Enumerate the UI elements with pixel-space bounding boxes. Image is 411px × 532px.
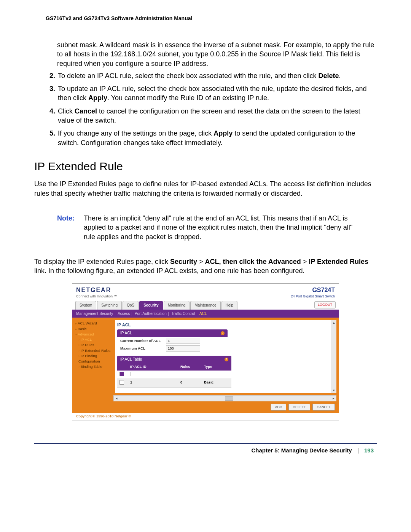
steps-list: To delete an IP ACL rule, select the che… bbox=[34, 71, 377, 147]
tab-maintenance[interactable]: Maintenance bbox=[190, 301, 220, 310]
subnav-traffic-control[interactable]: Traffic Control bbox=[171, 312, 195, 316]
step-3-text-c: . You cannot modify the Rule ID of an ex… bbox=[107, 94, 269, 102]
ui-screenshot: NETGEAR Connect with Innovation ™ GS724T… bbox=[72, 283, 339, 421]
note-label: Note: bbox=[46, 214, 84, 241]
step-4-bold: Cancel bbox=[75, 107, 97, 115]
sidebar-advanced[interactable]: Advanced bbox=[75, 332, 112, 337]
manual-header: GS716Tv2 and GS724Tv3 Software Administr… bbox=[46, 15, 377, 21]
panel-ip-acl-title: IP ACL bbox=[120, 331, 132, 336]
sidebar-binding-table[interactable]: Binding Table bbox=[78, 364, 112, 369]
row-checkbox[interactable] bbox=[119, 372, 124, 376]
step-5-text-a: If you change any of the settings on the… bbox=[58, 129, 213, 137]
table-header: IP ACL ID Rules Type bbox=[117, 363, 231, 371]
brand-logo: NETGEAR bbox=[76, 286, 117, 294]
sidebar-basic[interactable]: Basic bbox=[75, 326, 112, 332]
cell-type: Basic bbox=[202, 379, 231, 387]
cell-rules: 0 bbox=[178, 379, 202, 387]
disp-gt1: > bbox=[197, 258, 205, 265]
footer-page-number: 193 bbox=[364, 447, 374, 454]
vertical-scrollbar[interactable]: ▴ ▾ bbox=[331, 320, 336, 393]
subnav-mgmt-security[interactable]: Management Security bbox=[76, 312, 113, 316]
disp-gt2: > bbox=[301, 258, 309, 265]
panel-ip-acl-table-title: IP ACL Table bbox=[120, 357, 142, 362]
field-max-acl-label: Maximum ACL bbox=[120, 346, 166, 351]
sidebar-ip-binding-config[interactable]: IP Binding Configuration bbox=[78, 353, 112, 364]
continuation-paragraph: subnet mask. A wildcard mask is in essen… bbox=[57, 40, 377, 68]
step-3: To update an IP ACL rule, select the che… bbox=[57, 84, 377, 103]
disp-a: To display the IP extended Rules page, c… bbox=[34, 258, 170, 265]
field-current-acl-label: Current Number of ACL bbox=[120, 339, 166, 343]
model-description: 24 Port Gigabit Smart Switch bbox=[291, 294, 335, 299]
step-2-bold: Delete bbox=[318, 72, 339, 80]
panel-ip-acl-table: IP ACL Table ? IP ACL ID Rules Type bbox=[117, 356, 231, 388]
step-2: To delete an IP ACL rule, select the che… bbox=[57, 71, 377, 80]
th-ip-acl-id: IP ACL ID bbox=[128, 363, 178, 371]
row-checkbox[interactable] bbox=[119, 380, 124, 385]
model-name: GS724T bbox=[291, 286, 335, 294]
main-title: IP ACL bbox=[117, 322, 334, 328]
subnav-port-auth[interactable]: Port Authentication bbox=[135, 312, 167, 316]
step-3-bold: Apply bbox=[88, 94, 107, 102]
disp-e: link. In the following figure, an extend… bbox=[34, 267, 304, 275]
sidebar-ip-extended-rules[interactable]: IP Extended Rules bbox=[78, 348, 112, 353]
action-bar: ADD DELETE CANCEL bbox=[72, 401, 339, 413]
sidebar-acl-wizard[interactable]: ACL Wizard bbox=[75, 321, 112, 326]
footer-chapter: Chapter 5: Managing Device Security bbox=[251, 447, 352, 454]
page-footer: Chapter 5: Managing Device Security | 19… bbox=[34, 447, 377, 454]
field-current-acl-value: 1 bbox=[166, 338, 200, 344]
main-panel: IP ACL IP ACL ? Current Number of ACL 1 … bbox=[115, 320, 336, 393]
brand-tagline: Connect with Innovation ™ bbox=[76, 294, 117, 299]
sidebar-nav: ACL Wizard Basic Advanced IP ACL IP Rule… bbox=[75, 320, 113, 393]
th-type: Type bbox=[202, 363, 231, 371]
table-row-input bbox=[117, 371, 231, 379]
cell-id: 1 bbox=[128, 379, 178, 387]
add-button[interactable]: ADD bbox=[271, 404, 286, 411]
section-intro: Use the IP Extended Rules page to define… bbox=[34, 179, 377, 198]
scroll-right-icon[interactable]: ▸ bbox=[331, 396, 336, 401]
step-4: Click Cancel to cancel the configuration… bbox=[57, 107, 377, 125]
disp-d: IP Extended Rules bbox=[309, 258, 368, 265]
tab-help[interactable]: Help bbox=[221, 301, 238, 310]
disp-c: ACL, then click the Advanced bbox=[205, 258, 301, 265]
step-2-text-a: To delete an IP ACL rule, select the che… bbox=[58, 72, 318, 80]
scroll-thumb[interactable] bbox=[225, 396, 233, 401]
logout-button[interactable]: LOGOUT bbox=[314, 301, 336, 308]
field-max-acl-value: 100 bbox=[166, 345, 200, 352]
scroll-left-icon[interactable]: ◂ bbox=[114, 396, 119, 401]
help-icon[interactable]: ? bbox=[225, 358, 228, 361]
display-instruction: To display the IP extended Rules page, c… bbox=[34, 257, 377, 276]
step-4-text-c: to cancel the configuration on the scree… bbox=[58, 107, 360, 124]
note-block: Note: There is an implicit "deny all" ru… bbox=[46, 208, 365, 247]
table-row: 1 0 Basic bbox=[117, 379, 231, 388]
step-5: If you change any of the settings on the… bbox=[57, 129, 377, 147]
scroll-up-icon[interactable]: ▴ bbox=[333, 320, 335, 325]
step-4-text-a: Click bbox=[58, 107, 75, 115]
tab-monitoring[interactable]: Monitoring bbox=[164, 301, 190, 310]
cancel-button[interactable]: CANCEL bbox=[312, 404, 335, 411]
sidebar-ip-acl[interactable]: IP ACL bbox=[78, 337, 112, 342]
note-text: There is an implicit "deny all" rule at … bbox=[84, 214, 365, 241]
tab-switching[interactable]: Switching bbox=[97, 301, 122, 310]
disp-b: Security bbox=[170, 258, 197, 265]
main-tabs: System Switching QoS Security Monitoring… bbox=[72, 299, 339, 310]
scroll-down-icon[interactable]: ▾ bbox=[333, 388, 335, 393]
th-rules: Rules bbox=[178, 363, 202, 371]
tab-system[interactable]: System bbox=[75, 301, 96, 310]
delete-button[interactable]: DELETE bbox=[288, 404, 310, 411]
ip-acl-id-input[interactable] bbox=[130, 372, 168, 376]
copyright: Copyright © 1996-2010 Netgear ® bbox=[72, 413, 339, 420]
subnav-acl[interactable]: ACL bbox=[199, 312, 207, 316]
sidebar-ip-rules[interactable]: IP Rules bbox=[78, 342, 112, 348]
step-2-text-c: . bbox=[339, 72, 341, 80]
step-5-bold: Apply bbox=[213, 129, 233, 137]
tab-qos[interactable]: QoS bbox=[123, 301, 139, 310]
help-icon[interactable]: ? bbox=[221, 331, 225, 335]
subnav-access[interactable]: Access bbox=[118, 312, 130, 316]
horizontal-scrollbar[interactable]: ◂ ▸ bbox=[113, 395, 336, 401]
panel-ip-acl: IP ACL ? Current Number of ACL 1 Maximum… bbox=[117, 329, 228, 353]
footer-rule bbox=[34, 443, 377, 444]
tab-security[interactable]: Security bbox=[139, 301, 162, 310]
sub-nav: Management Security| Access| Port Authen… bbox=[72, 310, 339, 318]
section-heading: IP Extended Rule bbox=[34, 159, 377, 174]
